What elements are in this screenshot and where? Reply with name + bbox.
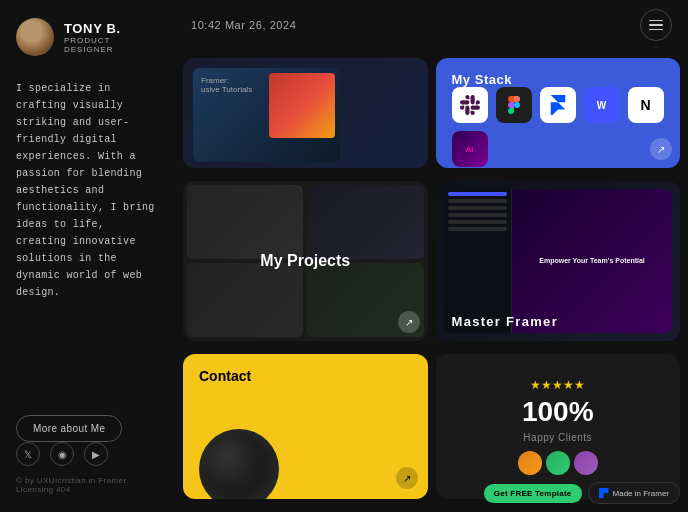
- slack-icon: [452, 87, 488, 123]
- free-template-button[interactable]: Get FREE Template: [484, 484, 582, 503]
- header-bar: 10:42 Mar 26, 2024: [175, 0, 688, 50]
- stack-icons-row: W N Ai: [452, 87, 665, 167]
- client-avatar-3: [574, 451, 598, 475]
- my-stack-title: My Stack: [452, 72, 665, 87]
- clients-label: Happy Clients: [523, 432, 592, 443]
- card-master-framer: Empower Your Team's Potential Master Fra…: [436, 181, 681, 341]
- tutorials-inner: Framer:usive Tutorials: [183, 58, 428, 168]
- framer-layer-2: [448, 199, 508, 203]
- sphere-dots: [199, 429, 279, 499]
- made-in-framer-label: Made in Framer: [613, 489, 669, 498]
- framer-layer-1: [448, 192, 508, 196]
- card-happy-clients: ★★★★★ 100% Happy Clients: [436, 354, 681, 499]
- project-thumb-1: [187, 185, 303, 259]
- framer-layer-4: [448, 213, 508, 217]
- framer-ui-mockup: Empower Your Team's Potential: [444, 189, 673, 333]
- my-projects-title: My Projects: [260, 252, 350, 270]
- stack-expand-button[interactable]: ↗: [650, 138, 672, 160]
- project-thumb-3: [187, 263, 303, 337]
- made-in-framer-badge[interactable]: Made in Framer: [588, 482, 680, 504]
- project-thumb-2: [307, 185, 423, 259]
- framer-main-area: Empower Your Team's Potential: [512, 189, 672, 333]
- more-about-me-button[interactable]: More about Me: [16, 415, 122, 442]
- profile-text: TONY B. PRODUCT DESIGNER: [64, 21, 159, 54]
- contact-title: Contact: [199, 368, 251, 384]
- client-avatars-row: [518, 451, 598, 475]
- framer-logo-icon: [599, 488, 609, 498]
- sidebar: TONY B. PRODUCT DESIGNER I specialize in…: [0, 0, 175, 512]
- twitter-icon[interactable]: 𝕏: [16, 442, 40, 466]
- main-grid: Framer:usive Tutorials My Stack: [175, 50, 688, 512]
- tutorials-thumbnail: [269, 73, 335, 138]
- contact-expand-button[interactable]: ↗: [396, 467, 418, 489]
- card-tutorials: Framer:usive Tutorials: [183, 58, 428, 168]
- profile-name: TONY B.: [64, 21, 159, 36]
- avatar: [16, 18, 54, 56]
- free-template-label: Get FREE Template: [494, 489, 572, 498]
- webflow-icon: W: [584, 87, 620, 123]
- tutorials-screenshot-inner: Framer:usive Tutorials: [193, 68, 340, 162]
- client-avatar-2: [546, 451, 570, 475]
- profile-role: PRODUCT DESIGNER: [64, 36, 159, 54]
- bio-text: I specialize in crafting visually striki…: [16, 80, 159, 397]
- header-time: 10:42 Mar 26, 2024: [191, 19, 296, 31]
- ai-icon: Ai: [452, 131, 488, 167]
- contact-sphere: [199, 429, 279, 499]
- copyright-text: © by UXUIcristian in Framer Licensing 40…: [16, 476, 159, 494]
- framer-ui-sidebar: [444, 189, 513, 333]
- client-avatar-1: [518, 451, 542, 475]
- framer-icon: [540, 87, 576, 123]
- notion-icon: N: [628, 87, 664, 123]
- framer-cta-text: Empower Your Team's Potential: [539, 256, 645, 266]
- social-icons: 𝕏 ◉ ▶: [16, 442, 159, 466]
- framer-layer-5: [448, 220, 508, 224]
- framer-layer-3: [448, 206, 508, 210]
- sidebar-bottom: 𝕏 ◉ ▶ © by UXUIcristian in Framer Licens…: [16, 442, 159, 494]
- bottom-bar: Get FREE Template Made in Framer: [484, 482, 680, 504]
- tutorials-screenshot: Framer:usive Tutorials: [193, 68, 340, 162]
- dribbble-icon[interactable]: ◉: [50, 442, 74, 466]
- framer-layer-6: [448, 227, 508, 231]
- profile-row: TONY B. PRODUCT DESIGNER: [16, 18, 159, 56]
- tutorials-label: Framer:usive Tutorials: [201, 76, 252, 94]
- card-my-projects: My Projects ↗: [183, 181, 428, 341]
- youtube-icon[interactable]: ▶: [84, 442, 108, 466]
- projects-expand-button[interactable]: ↗: [398, 311, 420, 333]
- clients-percent: 100%: [522, 396, 594, 428]
- master-framer-title: Master Framer: [452, 314, 559, 329]
- card-my-stack: My Stack W: [436, 58, 681, 168]
- menu-button[interactable]: [640, 9, 672, 41]
- stars-rating: ★★★★★: [530, 378, 585, 392]
- card-contact: Contact ↗: [183, 354, 428, 499]
- figma-icon: [496, 87, 532, 123]
- menu-lines-icon: [649, 20, 663, 31]
